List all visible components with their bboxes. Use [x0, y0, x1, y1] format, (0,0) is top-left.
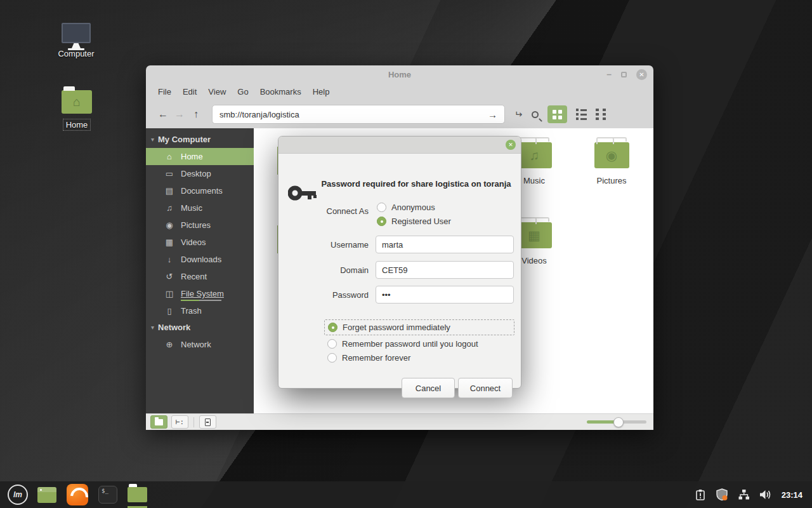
radio-button-checked[interactable] — [377, 217, 386, 226]
menu-bookmarks[interactable]: Bookmarks — [254, 83, 307, 100]
tree-icon: ⊢: — [176, 418, 184, 426]
radio-button-checked[interactable] — [328, 323, 337, 332]
sidebar-item-pictures[interactable]: ◉ Pictures — [146, 217, 254, 234]
menu-view[interactable]: View — [202, 83, 232, 100]
sidebar-item-desktop[interactable]: ▭ Desktop — [146, 165, 254, 182]
toggle-hidden-files-button[interactable] — [199, 415, 216, 429]
sidebar-item-trash[interactable]: ▯ Trash — [146, 302, 254, 319]
mint-menu-button[interactable]: lm — [8, 485, 28, 505]
close-button[interactable]: ✕ — [636, 69, 647, 80]
radio-forget-password[interactable]: Forget password immediately — [328, 323, 450, 332]
files-icon — [128, 487, 147, 502]
compact-view-button[interactable] — [596, 109, 606, 120]
sidebar-section-network[interactable]: ▾ Network — [146, 319, 254, 336]
search-icon[interactable] — [532, 111, 539, 118]
cancel-button[interactable]: Cancel — [402, 378, 455, 398]
sidebar-item-recent[interactable]: ↺ Recent — [146, 268, 254, 285]
menu-edit[interactable]: Edit — [177, 83, 202, 100]
radio-button[interactable] — [377, 203, 386, 212]
username-field[interactable]: marta — [376, 236, 514, 253]
sidebar-item-music[interactable]: ♫ Music — [146, 199, 254, 217]
show-desktop-button[interactable] — [37, 481, 56, 508]
folder-pictures[interactable]: ◉ Pictures — [575, 142, 648, 185]
domain-label: Domain — [278, 265, 369, 275]
radio-registered-user[interactable]: Registered User — [377, 217, 451, 226]
files-window-button[interactable] — [128, 481, 147, 508]
show-desktop-icon — [37, 487, 56, 503]
pictures-folder-icon: ◉ — [594, 142, 629, 168]
dialog-title: Password required for share logistica on… — [318, 179, 514, 189]
hidden-files-icon — [205, 418, 211, 426]
radio-remember-forever[interactable]: Remember forever — [327, 353, 410, 363]
sidebar-item-network[interactable]: ⊕ Network — [146, 336, 254, 353]
dialog-titlebar[interactable]: ✕ — [278, 137, 521, 154]
separator — [193, 417, 194, 427]
up-button[interactable]: ↑ — [188, 109, 204, 120]
sidebar-item-documents[interactable]: ▤ Documents — [146, 182, 254, 199]
update-manager-shield-icon[interactable] — [716, 488, 728, 501]
camera-icon: ◉ — [164, 220, 174, 230]
menu-go[interactable]: Go — [232, 83, 254, 100]
show-places-button[interactable] — [150, 415, 167, 429]
home-folder-icon: ⌂ — [62, 90, 92, 114]
location-bar[interactable]: smb://toranja/logistica → — [212, 105, 505, 124]
download-arrow-icon: ↓ — [164, 255, 174, 264]
toolbar: ← → ↑ smb://toranja/logistica → ↵ — [146, 100, 653, 128]
back-button[interactable]: ← — [155, 109, 171, 120]
password-label: Password — [278, 290, 369, 300]
connect-button[interactable]: Connect — [458, 378, 513, 398]
go-arrow-icon[interactable]: → — [488, 109, 497, 120]
clock[interactable]: 23:14 — [782, 490, 802, 500]
trash-icon: ▯ — [164, 306, 174, 316]
places-icon — [155, 419, 163, 425]
music-note-icon: ♫ — [164, 203, 174, 213]
menu-help[interactable]: Help — [307, 83, 336, 100]
dialog-close-button[interactable]: ✕ — [506, 140, 516, 150]
menu-file[interactable]: File — [152, 83, 177, 100]
statusbar: ⊢: — [146, 413, 653, 430]
show-treeview-button[interactable]: ⊢: — [171, 415, 188, 429]
clock-history-icon: ↺ — [164, 272, 174, 281]
home-icon: ⌂ — [164, 152, 174, 161]
firefox-launcher[interactable] — [67, 481, 88, 508]
film-icon: ▦ — [164, 237, 174, 247]
collapse-triangle-icon[interactable]: ▾ — [151, 324, 154, 331]
username-label: Username — [278, 240, 369, 250]
sidebar-section-my-computer[interactable]: ▾ My Computer — [146, 131, 254, 148]
desktop-icon: ▭ — [164, 169, 174, 178]
icon-view-button[interactable] — [547, 105, 567, 123]
sidebar-item-file-system[interactable]: ◫ File System — [146, 285, 254, 302]
location-path: smb://toranja/logistica — [219, 110, 299, 119]
list-view-button[interactable] — [576, 109, 587, 120]
zoom-slider-thumb[interactable] — [613, 417, 624, 427]
network-tray-icon[interactable] — [738, 489, 750, 500]
desktop-icon-computer[interactable]: Computer — [41, 23, 111, 59]
taskbar: lm $_ 23:14 — [0, 481, 812, 508]
sidebar-item-home[interactable]: ⌂ Home — [146, 148, 254, 165]
maximize-button[interactable] — [621, 72, 627, 77]
sidebar-item-downloads[interactable]: ↓ Downloads — [146, 251, 254, 268]
minimize-button[interactable]: – — [606, 71, 612, 77]
collapse-triangle-icon[interactable]: ▾ — [151, 136, 154, 143]
sidebar-item-videos[interactable]: ▦ Videos — [146, 234, 254, 251]
radio-button[interactable] — [327, 339, 337, 349]
zoom-slider[interactable] — [587, 417, 646, 428]
radio-remember-until-logout[interactable]: Remember password until you logout — [327, 339, 478, 349]
forward-button[interactable]: → — [171, 109, 188, 120]
volume-tray-icon[interactable] — [759, 489, 772, 500]
toggle-location-entry-icon[interactable]: ↵ — [514, 109, 523, 120]
desktop-icon-home[interactable]: ⌂ Home — [42, 90, 112, 131]
music-folder-icon: ♫ — [517, 142, 552, 168]
password-dialog: ✕ Password required for share logistica … — [278, 136, 521, 389]
harddisk-icon: ◫ — [164, 289, 174, 298]
window-title: Home — [146, 65, 653, 83]
radio-button[interactable] — [327, 353, 337, 363]
window-titlebar[interactable]: Home – ✕ — [146, 65, 653, 83]
radio-anonymous[interactable]: Anonymous — [377, 203, 435, 212]
report-tray-icon[interactable] — [695, 489, 706, 501]
connect-as-label: Connect As — [278, 206, 369, 216]
terminal-launcher[interactable]: $_ — [98, 481, 117, 508]
domain-field[interactable]: CET59 — [376, 261, 514, 279]
videos-folder-icon: ▦ — [517, 222, 552, 248]
password-field[interactable]: ••• — [376, 286, 514, 304]
